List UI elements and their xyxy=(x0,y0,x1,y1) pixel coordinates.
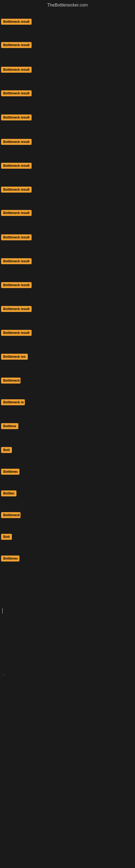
bottleneck-item-23[interactable]: Bott xyxy=(1,534,12,541)
bottleneck-badge-10[interactable]: Bottleneck result xyxy=(1,235,32,240)
bottleneck-item-5[interactable]: Bottleneck result xyxy=(1,115,32,122)
page-wrapper: TheBottlenecker.com Bottleneck resultBot… xyxy=(0,0,135,868)
bottleneck-item-22[interactable]: Bottleneck xyxy=(1,512,20,519)
bottleneck-badge-19[interactable]: Bott xyxy=(1,447,12,453)
bottleneck-item-9[interactable]: Bottleneck result xyxy=(1,210,32,217)
bottleneck-badge-13[interactable]: Bottleneck result xyxy=(1,306,32,312)
bottleneck-badge-9[interactable]: Bottleneck result xyxy=(1,210,32,216)
bottleneck-item-3[interactable]: Bottleneck result xyxy=(1,67,32,74)
empty-space-1 xyxy=(0,616,135,671)
bottleneck-badge-4[interactable]: Bottleneck result xyxy=(1,90,32,96)
bottleneck-badge-12[interactable]: Bottleneck result xyxy=(1,282,32,288)
bottleneck-badge-20[interactable]: Bottlenec xyxy=(1,469,19,475)
bottleneck-item-8[interactable]: Bottleneck result xyxy=(1,187,32,194)
bottleneck-badge-17[interactable]: Bottleneck re xyxy=(1,399,25,405)
bottleneck-item-24[interactable]: Bottlenec xyxy=(1,556,19,563)
cursor-line xyxy=(2,608,3,614)
bottleneck-item-6[interactable]: Bottleneck result xyxy=(1,139,32,146)
bottleneck-badge-15[interactable]: Bottleneck res xyxy=(1,354,28,360)
bottleneck-badge-3[interactable]: Bottleneck result xyxy=(1,67,32,73)
bottleneck-badge-11[interactable]: Bottleneck result xyxy=(1,258,32,264)
bottleneck-item-12[interactable]: Bottleneck result xyxy=(1,282,32,289)
bottleneck-badge-18[interactable]: Bottlene xyxy=(1,423,18,429)
bottleneck-item-17[interactable]: Bottleneck re xyxy=(1,399,25,406)
bottleneck-item-2[interactable]: Bottleneck result xyxy=(1,42,32,49)
bottleneck-badge-1[interactable]: Bottleneck result xyxy=(1,19,32,25)
bottleneck-badge-14[interactable]: Bottleneck result xyxy=(1,330,32,336)
bottleneck-item-16[interactable]: Bottleneck xyxy=(1,378,20,384)
bottleneck-item-10[interactable]: Bottleneck result xyxy=(1,235,32,241)
empty-space-2 xyxy=(0,677,135,840)
dots-indicator: ... xyxy=(0,671,135,677)
bottleneck-badge-2[interactable]: Bottleneck result xyxy=(1,42,32,48)
bottleneck-badge-8[interactable]: Bottleneck result xyxy=(1,187,32,193)
bottleneck-badge-5[interactable]: Bottleneck result xyxy=(1,115,32,120)
bottleneck-item-21[interactable]: Bottlen xyxy=(1,490,16,497)
bottleneck-item-19[interactable]: Bott xyxy=(1,447,12,454)
cursor-area xyxy=(0,606,135,616)
bottleneck-item-4[interactable]: Bottleneck result xyxy=(1,90,32,97)
bottleneck-item-20[interactable]: Bottlenec xyxy=(1,469,19,476)
bottleneck-item-15[interactable]: Bottleneck res xyxy=(1,354,28,361)
bottleneck-item-1[interactable]: Bottleneck result xyxy=(1,19,32,26)
bottleneck-badge-6[interactable]: Bottleneck result xyxy=(1,139,32,145)
bottleneck-badge-24[interactable]: Bottlenec xyxy=(1,556,19,561)
site-title: TheBottlenecker.com xyxy=(0,0,135,9)
bottleneck-badge-21[interactable]: Bottlen xyxy=(1,490,16,496)
bottleneck-item-18[interactable]: Bottlene xyxy=(1,423,18,430)
bottleneck-badge-23[interactable]: Bott xyxy=(1,534,12,540)
bottleneck-item-14[interactable]: Bottleneck result xyxy=(1,330,32,337)
bottleneck-badge-22[interactable]: Bottleneck xyxy=(1,512,20,518)
bottleneck-item-7[interactable]: Bottleneck result xyxy=(1,163,32,170)
bottleneck-badge-7[interactable]: Bottleneck result xyxy=(1,163,32,169)
bottleneck-item-11[interactable]: Bottleneck result xyxy=(1,258,32,265)
bottleneck-item-13[interactable]: Bottleneck result xyxy=(1,306,32,313)
items-container: Bottleneck resultBottleneck resultBottle… xyxy=(0,9,135,606)
bottleneck-badge-16[interactable]: Bottleneck xyxy=(1,378,20,383)
